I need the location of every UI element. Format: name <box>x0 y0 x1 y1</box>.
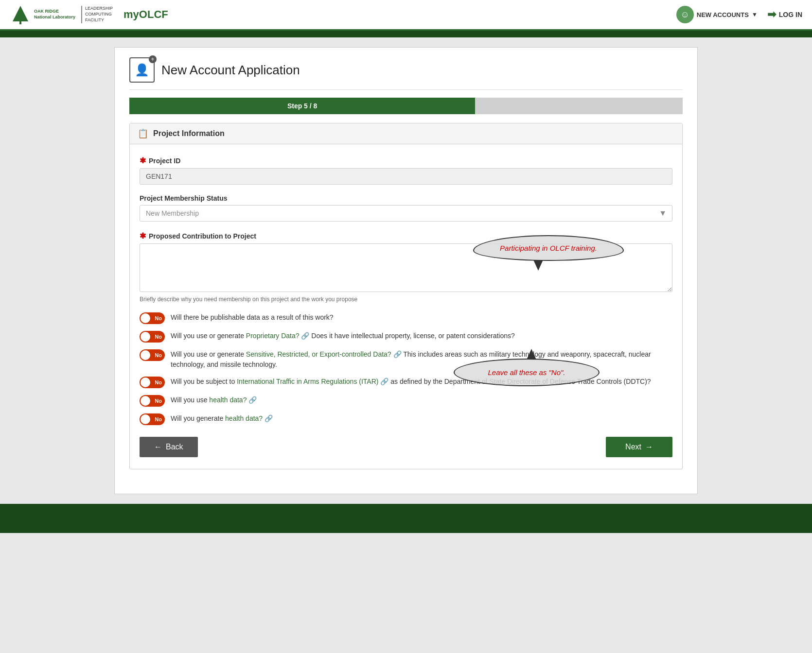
toggle-proprietary[interactable]: No <box>140 331 165 343</box>
svg-marker-0 <box>13 6 28 21</box>
toggle-sensitive[interactable]: No <box>140 349 165 361</box>
toggle1-text: Will there be publishable data as a resu… <box>171 312 672 323</box>
step-label: Step 5 / 8 <box>287 102 317 110</box>
dropdown-arrow-icon: ▼ <box>752 11 758 18</box>
toggle-knob <box>141 313 150 323</box>
svg-rect-1 <box>19 21 21 24</box>
toggle-no-label-4: No <box>155 379 162 385</box>
logo-area: OAK RIDGENational Laboratory LEADERSHIPC… <box>10 4 168 25</box>
progress-bar: Step 5 / 8 <box>129 98 683 114</box>
proprietary-data-link[interactable]: Proprietary Data? <box>246 332 300 340</box>
required-star-2: ✱ <box>140 231 146 241</box>
clipboard-icon: 📋 <box>138 128 148 139</box>
footer-bar <box>0 504 812 533</box>
project-id-input[interactable] <box>140 168 672 185</box>
toggle-row-5: No Will you use health data? 🔗 <box>140 395 672 407</box>
section-title: Project Information <box>153 129 225 138</box>
toggle-gen-health[interactable]: No <box>140 413 165 425</box>
toggle-publishable[interactable]: No <box>140 312 165 324</box>
toggle6-text: Will you generate health data? 🔗 <box>171 413 672 424</box>
membership-select-wrapper: New Membership New Membership Renewal ▼ <box>140 205 672 222</box>
toggle3-text: Will you use or generate Sensitive, Rest… <box>171 349 672 370</box>
gen-health-link[interactable]: health data? <box>225 414 263 422</box>
membership-status-select[interactable]: New Membership New Membership Renewal <box>140 205 672 222</box>
lcf-text: LEADERSHIPCOMPUTINGFACILITY <box>81 6 113 23</box>
back-button[interactable]: ← Back <box>140 437 198 457</box>
toggle-use-health[interactable]: No <box>140 395 165 407</box>
header-actions: ☺ NEW ACCOUNTS ▼ ➡ LOG IN <box>676 6 802 23</box>
main-content: 👤 + New Account Application Step 5 / 8 📋… <box>114 47 698 494</box>
link-icon-2: 🔗 <box>301 332 309 340</box>
toggle-knob-6 <box>141 414 150 424</box>
form-buttons: ← Back Next → <box>140 437 672 457</box>
project-id-label: ✱ Project ID <box>140 156 672 165</box>
toggle-no-label-5: No <box>155 398 162 404</box>
itar-link[interactable]: International Traffic in Arms Regulation… <box>237 378 378 385</box>
toggle-row-6: No Will you generate health data? 🔗 <box>140 413 672 425</box>
toggles-section: No Will there be publishable data as a r… <box>140 312 672 425</box>
page-title: New Account Application <box>161 63 300 78</box>
toggle5-text: Will you use health data? 🔗 <box>171 395 672 405</box>
page-header: 👤 + New Account Application <box>129 57 683 90</box>
speech-tail-1 <box>533 260 543 271</box>
annotation-bubble-2: Leave all these as "No". <box>454 359 600 386</box>
login-label: LOG IN <box>779 11 802 18</box>
progress-empty <box>475 98 683 114</box>
required-star: ✱ <box>140 156 146 165</box>
new-accounts-button[interactable]: ☺ NEW ACCOUNTS ▼ <box>676 6 758 23</box>
myolcf-brand: myOLCF <box>124 8 168 21</box>
back-arrow-icon: ← <box>154 443 162 451</box>
membership-status-field: Project Membership Status New Membership… <box>140 194 672 222</box>
toggle-knob-4 <box>141 378 150 387</box>
progress-filled: Step 5 / 8 <box>129 98 475 114</box>
toggle-no-label: No <box>155 315 162 321</box>
plus-badge-icon: + <box>149 55 157 63</box>
toggle-row-2: No Will you use or generate Proprietary … <box>140 331 672 343</box>
oak-ridge-icon <box>10 4 31 25</box>
section-header: 📋 Project Information <box>130 123 682 144</box>
link-icon-5: 🔗 <box>248 396 257 404</box>
site-header: OAK RIDGENational Laboratory LEADERSHIPC… <box>0 0 812 31</box>
login-button[interactable]: ➡ LOG IN <box>767 8 802 21</box>
back-label: Back <box>166 443 183 451</box>
contribution-hint: Briefly describe why you need membership… <box>140 296 672 303</box>
toggle-no-label-3: No <box>155 352 162 358</box>
toggle-knob-2 <box>141 332 150 342</box>
toggle-itar[interactable]: No <box>140 377 165 388</box>
link-icon-3: 🔗 <box>393 350 402 358</box>
account-icon: ☺ <box>676 6 694 23</box>
toggle2-text: Will you use or generate Proprietary Dat… <box>171 331 672 341</box>
new-account-icon: 👤 + <box>129 57 155 83</box>
sensitive-data-link[interactable]: Sensitive, Restricted, or Export-control… <box>246 350 391 358</box>
link-icon-4: 🔗 <box>380 378 388 385</box>
oak-ridge-logo: OAK RIDGENational Laboratory LEADERSHIPC… <box>10 4 113 25</box>
new-accounts-label: NEW ACCOUNTS <box>697 11 749 18</box>
contribution-field: ✱ Proposed Contribution to Project Parti… <box>140 231 672 303</box>
next-arrow-icon: → <box>645 443 653 451</box>
login-arrow-icon: ➡ <box>767 8 776 21</box>
project-id-field: ✱ Project ID <box>140 156 672 185</box>
toggle-no-label-2: No <box>155 334 162 340</box>
toggle-knob-3 <box>141 350 150 360</box>
toggle-row-1: No Will there be publishable data as a r… <box>140 312 672 324</box>
link-icon-6: 🔗 <box>265 414 273 422</box>
next-button[interactable]: Next → <box>606 437 672 457</box>
toggle-no-label-6: No <box>155 416 162 422</box>
section-body: ✱ Project ID Project Membership Status N… <box>130 144 682 469</box>
next-label: Next <box>625 443 641 451</box>
toggle4-text: Will you be subject to International Tra… <box>171 377 672 387</box>
membership-status-label: Project Membership Status <box>140 194 672 202</box>
toggle-knob-5 <box>141 396 150 406</box>
dark-header-bar <box>0 31 812 37</box>
project-information-section: 📋 Project Information ✱ Project ID Proje… <box>129 123 683 469</box>
oak-ridge-text: OAK RIDGENational Laboratory <box>34 9 75 20</box>
speech-tail-2 <box>527 349 536 360</box>
use-health-link[interactable]: health data? <box>209 396 247 404</box>
